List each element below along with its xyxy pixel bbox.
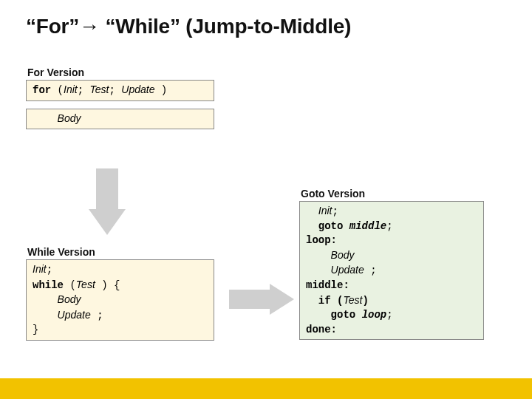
for-version-label: For Version	[27, 66, 214, 78]
footer-bar	[0, 378, 532, 399]
goto-middle-label: middle:	[306, 279, 349, 291]
svg-rect-0	[96, 168, 118, 209]
while-brace-open: ) {	[95, 279, 120, 291]
goto-semi2: ;	[386, 309, 392, 321]
while-paren-open: (	[64, 279, 76, 291]
for-version-block: For Version for (Init; Test; Update ) Bo…	[26, 66, 214, 129]
goto-version-block: Goto Version Init; goto middle; loop: Bo…	[299, 188, 484, 340]
goto-test: Test	[343, 294, 362, 306]
while-init-semi: ;	[47, 264, 52, 276]
goto-code-box: Init; goto middle; loop: Body Update ; m…	[299, 201, 484, 340]
svg-marker-1	[89, 209, 126, 235]
goto-body: Body	[331, 249, 355, 261]
while-init: Init	[33, 263, 47, 275]
while-code-box: Init; while (Test ) { Body Update ; }	[26, 259, 214, 341]
for-keyword: for	[33, 84, 51, 96]
while-body: Body	[58, 293, 81, 305]
for-body: Body	[58, 112, 81, 124]
for-update: Update	[121, 83, 154, 95]
goto-semi1: ;	[386, 220, 392, 232]
arrow-down-icon	[81, 168, 133, 239]
for-header-box: for (Init; Test; Update )	[26, 80, 214, 101]
arrow-icon: →	[79, 15, 100, 38]
goto-goto2: goto	[306, 309, 362, 321]
for-sep2: ;	[109, 84, 121, 96]
while-update: Update	[58, 309, 91, 321]
while-keyword: while	[33, 279, 64, 291]
title-while: “While” (Jump-to-Middle)	[106, 15, 352, 38]
while-version-block: While Version Init; while (Test ) { Body…	[26, 246, 214, 341]
slide: “For”→ “While” (Jump-to-Middle) For Vers…	[0, 0, 532, 399]
svg-rect-2	[229, 290, 270, 309]
goto-loop-label: loop:	[306, 234, 337, 246]
goto-goto1: goto	[306, 220, 349, 232]
goto-done-label: done:	[306, 324, 337, 335]
for-init: Init	[64, 83, 78, 95]
goto-init: Init	[318, 205, 332, 216]
goto-middle-ref: middle	[349, 220, 386, 232]
for-test: Test	[90, 83, 109, 95]
for-sep1: ;	[78, 84, 90, 96]
goto-if-close: )	[362, 295, 368, 307]
goto-init-semi: ;	[332, 205, 338, 217]
for-paren-open: (	[51, 84, 64, 96]
goto-loop-ref: loop	[362, 309, 387, 321]
while-update-semi: ;	[91, 310, 103, 321]
goto-if: if (	[306, 295, 343, 307]
svg-marker-3	[270, 284, 294, 315]
for-body-box: Body	[26, 109, 214, 130]
goto-update: Update	[331, 264, 364, 276]
goto-version-label: Goto Version	[301, 188, 484, 200]
arrow-right-icon	[229, 281, 296, 318]
for-paren-close: )	[154, 84, 167, 96]
goto-update-semi: ;	[364, 265, 377, 276]
title-for: “For”	[26, 15, 79, 38]
while-brace-close: }	[33, 324, 38, 335]
while-test: Test	[76, 279, 95, 290]
while-version-label: While Version	[27, 246, 214, 258]
slide-title: “For”→ “While” (Jump-to-Middle)	[26, 15, 506, 38]
